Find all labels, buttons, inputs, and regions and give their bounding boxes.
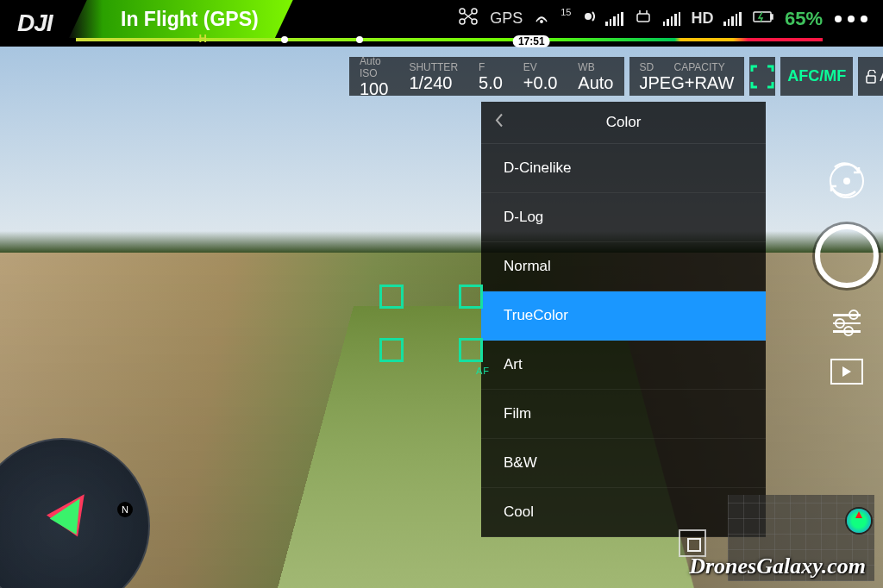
north-indicator: N <box>117 502 133 517</box>
camera-settings-bar: Auto ISO 100 SHUTTER 1/240 F 5.0 EV +0.0… <box>349 57 876 96</box>
aperture-label: F <box>479 62 503 73</box>
attitude-radar[interactable]: N <box>0 438 150 588</box>
shutter-value: 1/240 <box>409 73 458 92</box>
back-button[interactable] <box>493 113 505 133</box>
color-option-normal[interactable]: Normal <box>481 242 766 291</box>
camera-settings-button[interactable] <box>833 314 861 333</box>
battery-percent: 65% <box>785 8 823 30</box>
ae-label: AE <box>880 67 883 85</box>
battery-icon <box>752 8 774 29</box>
menu-title: Color <box>606 114 642 131</box>
svg-rect-7 <box>754 12 771 22</box>
color-option-bw[interactable]: B&W <box>481 439 766 488</box>
shutter-label: SHUTTER <box>409 62 458 73</box>
color-option-cool[interactable]: Cool <box>481 488 766 537</box>
switch-camera-icon <box>823 157 867 202</box>
chevron-left-icon <box>493 113 505 128</box>
wb-setting: WB Auto <box>567 57 623 96</box>
ev-value: +0.0 <box>523 73 557 92</box>
svg-rect-8 <box>771 15 773 19</box>
color-option-truecolor[interactable]: TrueColor <box>481 291 766 341</box>
shutter-setting: SHUTTER 1/240 <box>398 57 468 96</box>
focus-bracket-overlay[interactable]: AF <box>379 285 483 362</box>
rc-signal-bars-icon <box>605 12 623 26</box>
iso-label: Auto ISO <box>360 56 388 78</box>
svg-point-4 <box>541 21 542 22</box>
shutter-button[interactable] <box>815 224 879 288</box>
format-value: JPEG+RAW <box>640 73 735 92</box>
svg-rect-9 <box>867 76 875 83</box>
rc-signal-icon <box>581 9 595 28</box>
iso-value: 100 <box>360 79 388 98</box>
exposure-group[interactable]: Auto ISO 100 SHUTTER 1/240 F 5.0 EV +0.0… <box>349 57 624 96</box>
ae-lock-button[interactable]: AE <box>858 57 883 96</box>
flight-time: 17:51 <box>513 35 550 47</box>
status-indicators: GPS 15 HD <box>457 7 823 30</box>
color-option-film[interactable]: Film <box>481 390 766 439</box>
storage-group[interactable]: SD CAPACITY JPEG+RAW <box>629 57 745 96</box>
home-marker: H <box>199 32 207 45</box>
aperture-value: 5.0 <box>479 73 503 92</box>
iso-setting: Auto ISO 100 <box>349 57 398 96</box>
controller-icon <box>634 9 653 28</box>
flight-status-chip[interactable]: In Flight (GPS) <box>69 0 293 38</box>
focus-area-button[interactable] <box>749 57 775 96</box>
wb-value: Auto <box>578 73 613 92</box>
playback-button[interactable] <box>830 359 863 385</box>
compass-button[interactable] <box>847 509 871 533</box>
color-option-d-cinelike[interactable]: D-Cinelike <box>481 144 766 193</box>
controller-signal-bars-icon <box>663 12 681 26</box>
more-menu-button[interactable] <box>835 16 867 22</box>
af-indicator: AF <box>476 366 490 376</box>
watermark: DronesGalaxy.com <box>689 554 866 579</box>
af-mf-toggle[interactable]: AFC/MF <box>780 57 853 96</box>
menu-header: Color <box>481 102 766 144</box>
color-option-art[interactable]: Art <box>481 341 766 390</box>
color-option-d-log[interactable]: D-Log <box>481 193 766 242</box>
brand-logo: DJI <box>17 0 53 47</box>
format-setting: SD CAPACITY JPEG+RAW <box>629 57 745 96</box>
svg-rect-6 <box>637 14 649 22</box>
hd-label: HD <box>691 9 713 28</box>
drone-connect-icon <box>457 7 479 30</box>
svg-point-5 <box>586 14 591 19</box>
satellite-count: 15 <box>560 7 571 17</box>
top-bar: DJI In Flight (GPS) GPS 15 <box>0 0 883 47</box>
ae-lock-indicator: AE <box>865 67 883 85</box>
flight-status-text: In Flight (GPS) <box>121 8 259 31</box>
switch-camera-button[interactable] <box>830 164 864 198</box>
aperture-setting: F 5.0 <box>468 57 513 96</box>
ev-setting: EV +0.0 <box>513 57 567 96</box>
capacity-label: CAPACITY <box>674 61 725 73</box>
satellite-icon <box>533 8 550 29</box>
brand-text: DJI <box>17 9 53 37</box>
wb-label: WB <box>578 62 613 73</box>
lock-icon <box>865 70 877 84</box>
camera-controls-rail <box>821 164 873 385</box>
hd-signal-bars-icon <box>723 12 742 26</box>
gps-label: GPS <box>490 9 523 28</box>
flight-timeline[interactable]: H 17:51 <box>76 38 823 41</box>
ev-label: EV <box>523 62 557 73</box>
sd-label: SD <box>640 61 654 73</box>
color-menu-panel: Color D-Cinelike D-Log Normal TrueColor … <box>481 102 766 537</box>
af-mf-label: AFC/MF <box>787 67 846 85</box>
